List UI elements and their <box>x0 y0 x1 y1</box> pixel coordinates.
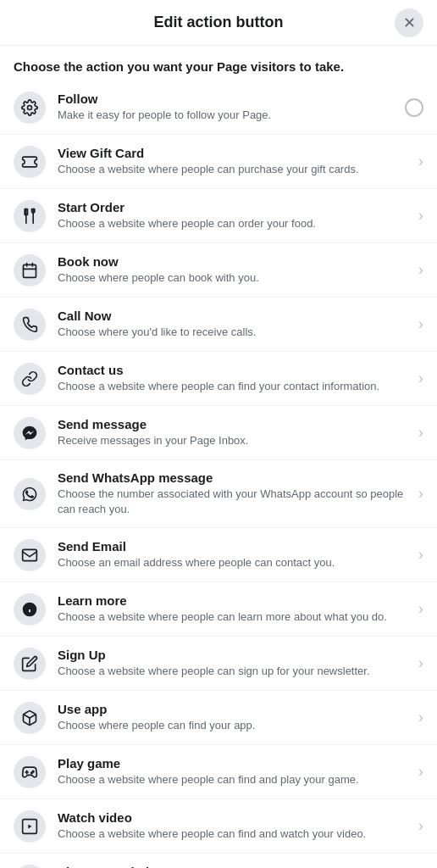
text-view-gift-card: View Gift Card Choose a website where pe… <box>58 146 410 177</box>
right-send-message: › <box>418 424 423 442</box>
action-item-follow[interactable]: Follow Make it easy for people to follow… <box>0 81 437 135</box>
title-view-gift-card: View Gift Card <box>58 146 410 160</box>
icon-shop-on-website <box>14 865 46 868</box>
right-watch-video: › <box>418 817 423 835</box>
text-book-now: Book now Choose where people can book wi… <box>58 254 410 286</box>
chevron-icon-contact-us: › <box>418 370 423 387</box>
action-item-send-email[interactable]: Send Email Choose an email address where… <box>0 528 437 582</box>
right-start-order: › <box>418 207 423 225</box>
action-item-start-order[interactable]: Start Order Choose a website where peopl… <box>0 189 437 243</box>
desc-book-now: Choose where people can book with you. <box>58 270 410 286</box>
right-follow <box>405 98 423 117</box>
icon-use-app <box>14 702 46 734</box>
chevron-icon-book-now: › <box>418 261 423 279</box>
chevron-icon-sign-up: › <box>418 654 423 672</box>
modal-container: Edit action button ✕ Choose the action y… <box>0 0 437 868</box>
icon-watch-video <box>14 810 46 843</box>
desc-send-email: Choose an email address where people can… <box>58 555 410 570</box>
svg-rect-3 <box>24 264 36 277</box>
chevron-icon-send-message: › <box>418 424 423 442</box>
text-send-whatsapp: Send WhatsApp message Choose the number … <box>58 470 410 517</box>
title-watch-video: Watch video <box>58 810 410 825</box>
right-learn-more: › <box>418 600 423 618</box>
title-follow: Follow <box>58 92 396 106</box>
chevron-icon-view-gift-card: › <box>418 153 423 170</box>
desc-play-game: Choose a website where people can find a… <box>58 772 410 787</box>
action-item-use-app[interactable]: Use app Choose where people can find you… <box>0 691 437 745</box>
desc-send-message: Receive messages in your Page Inbox. <box>58 433 410 448</box>
title-use-app: Use app <box>58 702 410 716</box>
action-item-watch-video[interactable]: Watch video Choose a website where peopl… <box>0 799 437 854</box>
text-call-now: Call Now Choose where you'd like to rece… <box>58 309 410 340</box>
right-book-now: › <box>418 261 423 279</box>
icon-call-now <box>14 309 46 341</box>
right-use-app: › <box>418 709 423 726</box>
title-start-order: Start Order <box>58 200 410 214</box>
icon-start-order <box>14 200 46 232</box>
right-play-game: › <box>418 763 423 781</box>
action-item-view-gift-card[interactable]: View Gift Card Choose a website where pe… <box>0 135 437 189</box>
action-item-sign-up[interactable]: Sign Up Choose a website where people ca… <box>0 637 437 691</box>
chevron-icon-send-whatsapp: › <box>418 485 423 503</box>
desc-sign-up: Choose a website where people can sign u… <box>58 664 410 679</box>
icon-send-message <box>14 417 46 449</box>
desc-contact-us: Choose a website where people can find y… <box>58 379 410 394</box>
icon-sign-up <box>14 648 46 680</box>
chevron-icon-use-app: › <box>418 709 423 726</box>
action-item-play-game[interactable]: Play game Choose a website where people … <box>0 745 437 799</box>
chevron-icon-call-now: › <box>418 315 423 333</box>
text-send-message: Send message Receive messages in your Pa… <box>58 417 410 448</box>
title-send-whatsapp: Send WhatsApp message <box>58 470 410 485</box>
text-use-app: Use app Choose where people can find you… <box>58 702 410 733</box>
close-icon: ✕ <box>403 14 416 32</box>
text-start-order: Start Order Choose a website where peopl… <box>58 200 410 231</box>
desc-watch-video: Choose a website where people can find a… <box>58 826 410 842</box>
text-follow: Follow Make it easy for people to follow… <box>58 92 396 123</box>
desc-follow: Make it easy for people to follow your P… <box>58 108 396 123</box>
action-item-call-now[interactable]: Call Now Choose where you'd like to rece… <box>0 298 437 352</box>
svg-point-15 <box>32 771 34 772</box>
desc-use-app: Choose where people can find your app. <box>58 718 410 733</box>
right-contact-us: › <box>418 370 423 387</box>
right-sign-up: › <box>418 654 423 672</box>
title-send-email: Send Email <box>58 539 410 554</box>
text-contact-us: Contact us Choose a website where people… <box>58 363 410 394</box>
title-shop-on-website: Shop on Website <box>58 865 410 868</box>
right-view-gift-card: › <box>418 153 423 170</box>
text-sign-up: Sign Up Choose a website where people ca… <box>58 648 410 679</box>
icon-send-email <box>14 539 46 571</box>
title-play-game: Play game <box>58 756 410 771</box>
title-send-message: Send message <box>58 417 410 431</box>
chevron-icon-send-email: › <box>418 546 423 564</box>
icon-contact-us <box>14 363 46 395</box>
close-button[interactable]: ✕ <box>395 8 423 37</box>
icon-view-gift-card <box>14 146 46 178</box>
svg-point-0 <box>28 105 32 109</box>
right-send-whatsapp: › <box>418 485 423 503</box>
right-call-now: › <box>418 315 423 333</box>
desc-view-gift-card: Choose a website where people can purcha… <box>58 162 410 177</box>
title-book-now: Book now <box>58 254 410 269</box>
chevron-icon-start-order: › <box>418 207 423 225</box>
title-call-now: Call Now <box>58 309 410 323</box>
text-play-game: Play game Choose a website where people … <box>58 756 410 787</box>
text-shop-on-website: Shop on Website Choose a website where p… <box>58 865 410 868</box>
action-item-send-whatsapp[interactable]: Send WhatsApp message Choose the number … <box>0 460 437 528</box>
action-item-book-now[interactable]: Book now Choose where people can book wi… <box>0 243 437 298</box>
text-watch-video: Watch video Choose a website where peopl… <box>58 810 410 842</box>
modal-title: Edit action button <box>154 14 284 31</box>
action-item-shop-on-website[interactable]: Shop on Website Choose a website where p… <box>0 854 437 868</box>
action-list: Follow Make it easy for people to follow… <box>0 81 437 868</box>
radio-follow <box>405 98 423 117</box>
chevron-icon-watch-video: › <box>418 817 423 835</box>
chevron-icon-learn-more: › <box>418 600 423 618</box>
desc-start-order: Choose a website where people can order … <box>58 216 410 231</box>
action-item-learn-more[interactable]: Learn more Choose a website where people… <box>0 582 437 637</box>
svg-marker-17 <box>28 824 31 828</box>
icon-send-whatsapp <box>14 478 46 510</box>
subtitle: Choose the action you want your Page vis… <box>0 46 437 81</box>
action-item-contact-us[interactable]: Contact us Choose a website where people… <box>0 352 437 406</box>
svg-rect-7 <box>23 549 37 560</box>
icon-play-game <box>14 756 46 788</box>
action-item-send-message[interactable]: Send message Receive messages in your Pa… <box>0 406 437 460</box>
